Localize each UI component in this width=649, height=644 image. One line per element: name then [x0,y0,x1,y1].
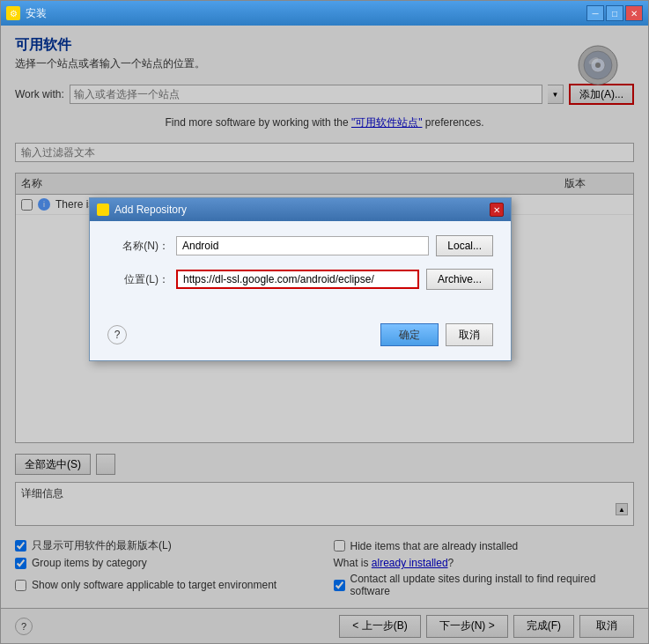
maximize-button[interactable]: □ [606,5,623,21]
dialog-action-buttons: 确定 取消 [380,323,493,346]
name-field-row: 名称(N)： Local... [107,235,493,256]
dialog-container: Add Repository ✕ 名称(N)： Local... 位置(L)： [89,197,512,361]
window-title: 安装 [26,6,47,21]
main-content-area: 可用软件 选择一个站点或者输入一个站点的位置。 Work with: [1,26,648,643]
title-bar: ⚙ 安装 ─ □ ✕ [1,1,648,26]
title-bar-left: ⚙ 安装 [6,6,47,21]
name-label: 名称(N)： [107,239,169,254]
add-repository-dialog: Add Repository ✕ 名称(N)： Local... 位置(L)： [89,197,512,361]
dialog-title-bar: Add Repository ✕ [90,198,511,221]
minimize-button[interactable]: ─ [586,5,604,21]
dialog-close-button[interactable]: ✕ [490,203,504,217]
location-input[interactable] [176,270,419,289]
dialog-ok-button[interactable]: 确定 [380,323,439,346]
local-button[interactable]: Local... [436,235,493,256]
dialog-footer: ? 确定 取消 [90,316,511,360]
dialog-title-left: Add Repository [97,204,187,216]
close-button[interactable]: ✕ [625,5,643,21]
location-field-row: 位置(L)： Archive... [107,269,493,290]
archive-button[interactable]: Archive... [426,269,493,290]
name-input[interactable] [176,236,429,255]
location-label: 位置(L)： [107,272,169,287]
dialog-content: 名称(N)： Local... 位置(L)： Archive... [90,221,511,316]
dialog-cancel-button[interactable]: 取消 [446,323,493,346]
title-bar-controls: ─ □ ✕ [586,5,643,21]
dialog-app-icon [97,204,109,216]
dialog-help-button[interactable]: ? [107,325,127,344]
dialog-title: Add Repository [114,204,187,216]
main-window: ⚙ 安装 ─ □ ✕ 可用软件 选择一个站点或者输入一个站点的位置。 [0,0,649,644]
app-icon: ⚙ [6,6,20,20]
